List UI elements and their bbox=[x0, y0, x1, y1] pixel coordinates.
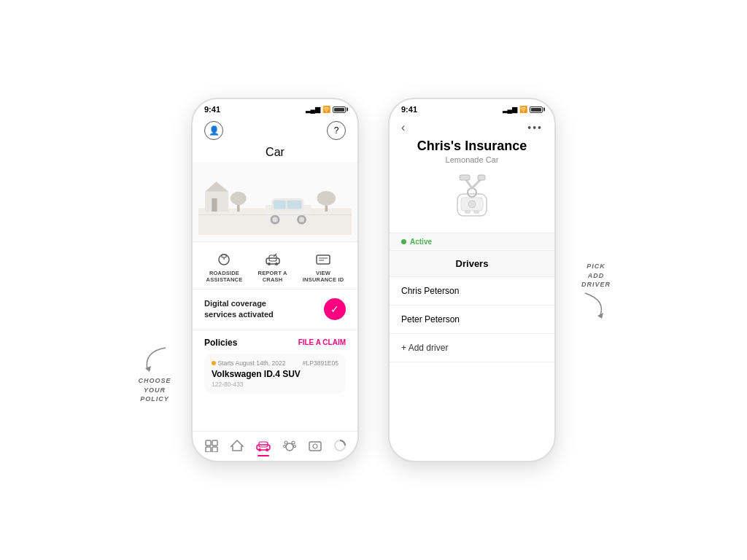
drivers-title: Drivers bbox=[390, 251, 554, 277]
active-dot bbox=[401, 239, 406, 244]
driver-row-2[interactable]: Peter Peterson bbox=[390, 306, 554, 334]
more-options-button[interactable]: ••• bbox=[527, 122, 543, 133]
file-claim-btn[interactable]: FILE A CLAIM bbox=[298, 338, 346, 346]
keys-svg bbox=[436, 172, 508, 230]
page: 9:41 ▂▄▆ 🛜 👤 ? C bbox=[0, 0, 747, 560]
policy-date-left: Starts August 14th, 2022 bbox=[212, 359, 285, 367]
status-bar-1: 9:41 ▂▄▆ 🛜 bbox=[193, 99, 357, 117]
choose-policy-label: CHOOSE YOUR POLICY bbox=[136, 344, 173, 404]
back-button[interactable]: ‹ bbox=[401, 121, 405, 134]
policy-status-dot bbox=[212, 361, 216, 365]
battery-icon-2 bbox=[530, 106, 543, 113]
signal-icon: ▂▄▆ bbox=[306, 106, 320, 113]
svg-rect-51 bbox=[460, 175, 470, 180]
svg-point-9 bbox=[272, 217, 277, 222]
help-icon[interactable]: ? bbox=[327, 121, 346, 140]
status-icons-2: ▂▄▆ 🛜 bbox=[503, 106, 543, 113]
nav-pet[interactable] bbox=[282, 439, 297, 452]
pick-driver-label: PICK ADD DRIVER bbox=[578, 262, 614, 322]
svg-line-52 bbox=[472, 179, 481, 188]
nav-house[interactable] bbox=[230, 439, 244, 452]
time-2: 9:41 bbox=[401, 105, 417, 114]
svg-rect-13 bbox=[287, 201, 301, 209]
user-icon-symbol: 👤 bbox=[209, 125, 220, 136]
help-icon-symbol: ? bbox=[334, 125, 339, 136]
wifi-icon: 🛜 bbox=[322, 106, 330, 113]
policy-vehicle: Volkswagen ID.4 SUV bbox=[212, 369, 338, 379]
policy-card[interactable]: Starts August 14th, 2022 #LP3891E05 Volk… bbox=[204, 354, 346, 394]
phone1-wrapper: 9:41 ▂▄▆ 🛜 👤 ? C bbox=[191, 98, 359, 462]
svg-rect-41 bbox=[309, 442, 321, 451]
svg-point-35 bbox=[266, 448, 268, 451]
svg-point-37 bbox=[285, 441, 287, 444]
phone1-title: Car bbox=[193, 144, 357, 162]
coverage-text: Digital coverage services activated bbox=[204, 298, 274, 321]
svg-point-39 bbox=[283, 446, 285, 448]
view-insurance-btn[interactable]: VIEW INSURANCE ID bbox=[303, 251, 344, 283]
policies-section: Policies FILE A CLAIM Starts August 14th… bbox=[193, 330, 357, 398]
nav-photo[interactable] bbox=[308, 439, 322, 452]
svg-point-5 bbox=[231, 192, 247, 205]
driver-name-2: Peter Peterson bbox=[401, 314, 460, 324]
bottom-nav-1 bbox=[193, 431, 357, 461]
svg-point-48 bbox=[468, 201, 476, 208]
svg-rect-24 bbox=[317, 255, 330, 264]
svg-rect-53 bbox=[478, 175, 485, 180]
wifi-icon-2: 🛜 bbox=[519, 106, 527, 113]
pick-label-text: PICK ADD DRIVER bbox=[578, 262, 614, 289]
insurance-subtitle: Lemonade Car bbox=[390, 154, 554, 167]
svg-marker-44 bbox=[145, 366, 151, 372]
driver-name-1: Chris Peterson bbox=[401, 286, 459, 296]
svg-point-22 bbox=[268, 262, 271, 265]
policy-vin: 122-80-433 bbox=[212, 381, 338, 388]
add-driver-btn[interactable]: + Add driver bbox=[390, 334, 554, 362]
choose-label-text: CHOOSE YOUR POLICY bbox=[136, 376, 173, 404]
coverage-check-icon[interactable]: ✓ bbox=[324, 298, 346, 320]
nav-car[interactable] bbox=[255, 439, 271, 452]
driver-row-1[interactable]: Chris Peterson bbox=[390, 277, 554, 306]
svg-point-23 bbox=[275, 262, 278, 265]
phone2: 9:41 ▂▄▆ 🛜 ‹ ••• Chris's Insurance Lemon… bbox=[388, 98, 556, 462]
phone1-header: 👤 ? bbox=[193, 117, 357, 144]
status-icons-1: ▂▄▆ 🛜 bbox=[306, 106, 346, 113]
svg-rect-54 bbox=[465, 210, 471, 214]
svg-point-15 bbox=[317, 191, 336, 206]
svg-rect-55 bbox=[473, 210, 479, 214]
phone1: 9:41 ▂▄▆ 🛜 👤 ? C bbox=[191, 98, 359, 462]
keys-illustration bbox=[390, 167, 554, 233]
report-crash-btn[interactable]: REPORT A CRASH bbox=[258, 251, 287, 283]
status-bar-2: 9:41 ▂▄▆ 🛜 bbox=[390, 99, 554, 117]
signal-icon-2: ▂▄▆ bbox=[503, 106, 517, 113]
crash-icon bbox=[263, 251, 283, 267]
roadside-assistance-btn[interactable]: ROADSIDE ASSISTANCE bbox=[206, 251, 243, 283]
active-label: Active bbox=[410, 238, 432, 246]
roadside-label: ROADSIDE ASSISTANCE bbox=[206, 270, 243, 283]
car-illustration bbox=[193, 162, 357, 242]
drivers-section: Drivers Chris Peterson Peter Peterson + … bbox=[390, 251, 554, 461]
active-badge: Active bbox=[390, 233, 554, 251]
battery-icon bbox=[333, 106, 346, 113]
svg-rect-27 bbox=[206, 440, 211, 446]
policies-title: Policies bbox=[204, 338, 237, 348]
svg-rect-28 bbox=[212, 440, 217, 446]
svg-marker-2 bbox=[205, 182, 228, 192]
phones-container: 9:41 ▂▄▆ 🛜 👤 ? C bbox=[191, 98, 556, 462]
car-scene-svg bbox=[198, 168, 352, 236]
policies-header: Policies FILE A CLAIM bbox=[204, 338, 346, 348]
svg-point-34 bbox=[258, 448, 261, 451]
crash-label: REPORT A CRASH bbox=[258, 270, 287, 283]
insurance-id-label: VIEW INSURANCE ID bbox=[303, 270, 344, 283]
svg-rect-12 bbox=[274, 201, 285, 209]
user-icon[interactable]: 👤 bbox=[204, 121, 223, 140]
phone2-nav: ‹ ••• bbox=[390, 117, 554, 137]
insurance-title: Chris's Insurance bbox=[390, 137, 554, 154]
roadside-icon bbox=[214, 251, 234, 267]
nav-loading bbox=[333, 439, 347, 452]
coverage-banner: Digital coverage services activated ✓ bbox=[193, 289, 357, 330]
svg-point-42 bbox=[313, 444, 317, 448]
insurance-id-icon bbox=[313, 251, 333, 267]
svg-point-40 bbox=[293, 446, 295, 448]
svg-point-11 bbox=[299, 217, 304, 222]
policy-date-text: Starts August 14th, 2022 bbox=[217, 359, 285, 367]
nav-home[interactable] bbox=[204, 439, 219, 452]
